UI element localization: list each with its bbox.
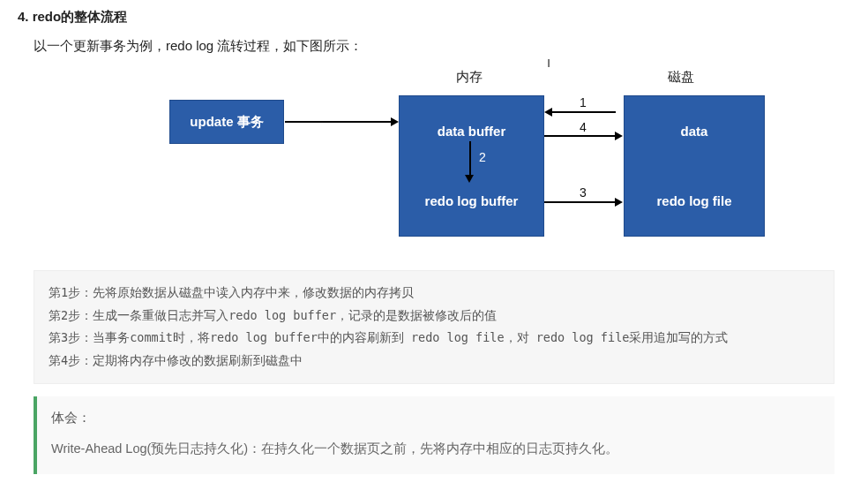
arrow-update-to-databuffer [285,121,391,123]
column-label-disk: 磁盘 [668,69,694,86]
arrow-head-icon [544,108,552,117]
note-title: 体会： [51,405,820,431]
arrow-label-2: 2 [479,150,486,164]
arrow-head-icon [615,132,623,140]
node-memory-group: data buffer redo log buffer [399,95,544,237]
column-label-memory: 内存 [456,69,483,86]
intro-text: 以一个更新事务为例，redo log 流转过程，如下图所示： [34,38,850,55]
node-disk-group: data redo log file [624,95,765,237]
arrow-1-line [552,111,616,113]
arrow-3-line [544,201,615,203]
node-redo-log-file: redo log file [625,166,764,236]
arrow-label-3: 3 [580,185,587,200]
step-1-text: 第1步：先将原始数据从磁盘中读入内存中来，修改数据的内存拷贝 [49,282,819,305]
arrow-label-1: 1 [580,95,587,109]
text-cursor-icon: I [247,57,850,69]
section-heading: 4. redo的整体流程 [18,9,850,26]
step-2-text: 第2步：生成一条重做日志并写入redo log buffer，记录的是数据被修改… [49,305,819,328]
arrow-head-icon [615,198,623,207]
arrow-2-line [469,141,471,175]
step-4-text: 第4步：定期将内存中修改的数据刷新到磁盘中 [49,350,819,373]
note-box: 体会： Write-Ahead Log(预先日志持久化)：在持久化一个数据页之前… [34,396,834,474]
note-body: Write-Ahead Log(预先日志持久化)：在持久化一个数据页之前，先将内… [51,436,820,462]
steps-explanation-box: 第1步：先将原始数据从磁盘中读入内存中来，修改数据的内存拷贝 第2步：生成一条重… [34,270,834,384]
redo-flow-diagram: 内存 磁盘 update 事务 data buffer redo log buf… [94,69,774,254]
node-data-buffer: data buffer [400,96,543,166]
step-3-text: 第3步：当事务commit时，将redo log buffer中的内容刷新到 r… [49,327,819,350]
node-data: data [625,96,764,166]
arrow-4-line [544,135,615,137]
arrow-head-icon [391,117,399,126]
arrow-label-4: 4 [580,120,587,134]
node-update-transaction: update 事务 [169,100,284,144]
arrow-head-icon [465,175,474,183]
